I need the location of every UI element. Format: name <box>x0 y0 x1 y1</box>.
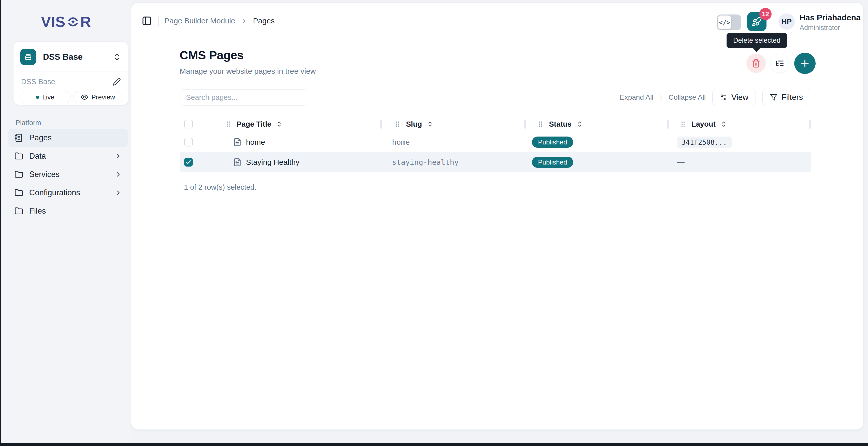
chevron-right-icon <box>115 153 122 160</box>
notebook-icon <box>14 133 23 142</box>
status-badge: Published <box>532 136 573 148</box>
logo-text-part2: R <box>81 13 91 30</box>
collapse-all-link[interactable]: Collapse All <box>669 93 706 101</box>
sidebar-item-pages[interactable]: Pages <box>8 129 128 147</box>
user-role: Administrator <box>800 24 861 32</box>
folder-icon <box>14 188 23 197</box>
user-info: Has Priahadena Administrator <box>800 13 861 32</box>
sidebar-item-label: Services <box>29 170 60 179</box>
sidebar-item-label: Data <box>29 152 46 161</box>
window-bottom-edge <box>0 443 868 446</box>
sidebar-item-configurations[interactable]: Configurations <box>8 184 128 202</box>
notification-badge: 12 <box>760 8 772 20</box>
sort-icon[interactable] <box>721 121 726 128</box>
pages-table: Page Title Slug Status <box>180 116 811 191</box>
live-label: Live <box>42 93 55 101</box>
platform-section-label: Platform <box>16 119 41 127</box>
grip-icon[interactable] <box>226 121 230 127</box>
layout-cell: — <box>677 158 685 166</box>
breadcrumb-chevron-icon <box>241 18 248 24</box>
main-content-card: Page Builder Module Pages </> 12 HP Has … <box>131 3 864 430</box>
column-header-status[interactable]: Status <box>549 120 571 128</box>
workspace-subtitle: DSS Base <box>21 77 55 86</box>
view-button[interactable]: View <box>712 89 756 106</box>
preview-button[interactable]: Preview <box>73 91 122 103</box>
row-checkbox[interactable] <box>184 138 193 147</box>
table-row[interactable]: home home Published 341f2508... <box>180 132 811 152</box>
sidebar-item-files[interactable]: Files <box>8 202 128 220</box>
filters-button[interactable]: Filters <box>763 89 810 106</box>
status-badge: Published <box>532 157 573 168</box>
table-controls: Expand All | Collapse All View Filters <box>620 89 810 106</box>
add-page-button[interactable] <box>794 53 815 74</box>
column-resize-handle[interactable] <box>809 120 811 129</box>
column-header-layout[interactable]: Layout <box>691 120 716 128</box>
view-label: View <box>732 93 748 102</box>
folder-icon <box>14 207 23 215</box>
logo-text-part1: VIS <box>41 13 66 30</box>
row-checkbox[interactable] <box>184 158 193 166</box>
page-subtitle: Manage your website pages in tree view <box>180 67 316 75</box>
select-all-checkbox[interactable] <box>184 120 193 128</box>
search-input[interactable] <box>180 89 307 105</box>
page-title: CMS Pages <box>180 48 244 62</box>
sidebar-toggle-button[interactable] <box>141 15 153 27</box>
page-title-cell[interactable]: Staying Healthy <box>246 158 300 166</box>
sort-icon[interactable] <box>428 121 432 128</box>
grip-icon[interactable] <box>538 121 543 127</box>
column-resize-handle[interactable] <box>524 120 526 129</box>
column-resize-handle[interactable] <box>380 120 382 129</box>
table-header: Page Title Slug Status <box>180 116 811 132</box>
grip-icon[interactable] <box>395 121 400 127</box>
sort-icon[interactable] <box>577 121 582 128</box>
topbar-divider <box>158 15 159 26</box>
sidebar-item-services[interactable]: Services <box>8 165 128 184</box>
delete-selected-button[interactable] <box>746 54 766 73</box>
column-header-slug[interactable]: Slug <box>406 120 422 128</box>
chevron-right-icon <box>115 171 122 178</box>
links-separator: | <box>660 93 662 101</box>
file-text-icon <box>233 158 242 166</box>
layout-cell: 341f2508... <box>677 136 732 148</box>
sidebar-item-label: Files <box>29 206 46 216</box>
sidebar-nav: Pages Data Services <box>8 129 128 220</box>
filters-label: Filters <box>781 93 803 102</box>
folder-icon <box>14 170 23 179</box>
preview-label: Preview <box>91 93 115 101</box>
edit-pencil-icon[interactable] <box>113 78 121 86</box>
sidebar-item-label: Configurations <box>29 188 80 197</box>
code-mode-toggle[interactable]: </> <box>717 14 741 30</box>
tooltip-text: Delete selected <box>733 37 780 44</box>
chevrons-up-down-icon <box>113 53 121 61</box>
live-button[interactable]: Live <box>20 91 71 103</box>
sliders-icon <box>720 94 727 101</box>
expand-all-link[interactable]: Expand All <box>620 93 653 101</box>
breadcrumb-current: Pages <box>253 17 275 25</box>
tree-view-button[interactable] <box>770 54 789 73</box>
file-text-icon <box>233 138 242 147</box>
tooltip-arrow <box>752 47 761 52</box>
workspace-name: DSS Base <box>43 52 106 62</box>
page-title-cell[interactable]: home <box>246 138 265 147</box>
sidebar-item-data[interactable]: Data <box>8 147 128 165</box>
user-avatar[interactable]: HP <box>778 13 795 30</box>
eye-icon <box>81 93 88 101</box>
visor-logo: VIS R <box>1 13 131 30</box>
breadcrumb-module-link[interactable]: Page Builder Module <box>164 17 235 25</box>
sidebar-item-label: Pages <box>29 133 52 142</box>
slug-cell: staying-healthy <box>392 158 459 166</box>
column-header-page-title[interactable]: Page Title <box>237 120 271 128</box>
grip-icon[interactable] <box>681 121 685 127</box>
workspace-archive-icon <box>20 49 36 65</box>
selection-summary: 1 of 2 row(s) selected. <box>184 183 811 191</box>
chevron-right-icon <box>115 189 122 196</box>
live-dot-icon <box>36 96 39 99</box>
rocket-button[interactable]: 12 <box>747 12 767 31</box>
column-resize-handle[interactable] <box>667 120 669 129</box>
code-icon: </> <box>718 15 732 29</box>
table-row[interactable]: Staying Healthy staying-healthy Publishe… <box>180 152 811 172</box>
sort-icon[interactable] <box>277 121 282 128</box>
delete-selected-tooltip: Delete selected <box>726 33 787 48</box>
visor-eye-icon <box>67 15 80 28</box>
workspace-selector[interactable]: DSS Base <box>13 42 128 71</box>
